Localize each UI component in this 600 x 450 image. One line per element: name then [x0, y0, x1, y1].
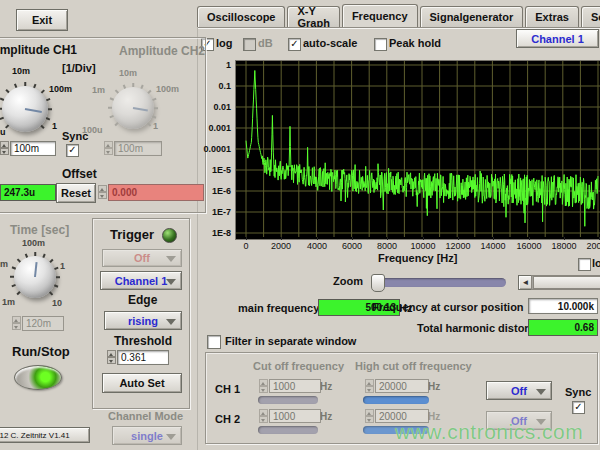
amplitude-ch1-title: Amplitude CH1 — [0, 43, 77, 57]
auto-scale-label: auto-scale — [303, 37, 357, 49]
x-log-checkbox[interactable] — [578, 258, 591, 271]
knob-tick — [0, 108, 2, 110]
filter-ch2-low-slider[interactable] — [258, 426, 318, 434]
auto-set-button[interactable]: Auto Set — [102, 373, 182, 393]
chevron-down-icon — [166, 319, 176, 325]
db-checkbox[interactable] — [243, 38, 256, 51]
knob-tick — [10, 276, 14, 278]
filter-sync-checkbox[interactable] — [572, 401, 585, 414]
knob-tick — [17, 291, 21, 295]
time-field[interactable]: 120m — [22, 316, 64, 331]
tab-extras[interactable]: Extras — [525, 6, 579, 27]
filter-ch2-mode-dropdown[interactable]: Off — [486, 411, 552, 430]
x-tick: 8000 — [372, 241, 402, 251]
edge-label: Edge — [128, 293, 157, 307]
y-tick: 1E-8 — [212, 228, 231, 238]
threshold-spinner[interactable] — [107, 350, 116, 364]
tab-bar: Oscilloscope X-Y Graph Frequency Signalg… — [197, 5, 600, 27]
ch2-amplitude-spinner[interactable] — [104, 141, 113, 155]
x-log-label: log — [592, 257, 600, 269]
db-label: dB — [258, 37, 273, 49]
chevron-down-icon — [536, 419, 546, 425]
ch2-scale-10m: 10m — [119, 68, 137, 78]
cursor-frequency-value[interactable]: 10.000k — [528, 298, 598, 314]
time-scale-1: 1 — [60, 261, 65, 271]
time-knob[interactable] — [14, 256, 56, 298]
filter-ch1-high-unit: Hz — [428, 381, 440, 392]
y-tick: 0.1 — [218, 81, 231, 91]
time-spinner[interactable] — [12, 316, 21, 330]
cursor-frequency-label: Frequency at cursor position — [372, 301, 524, 313]
tab-frequency[interactable]: Frequency — [342, 4, 418, 27]
trigger-source-value: Channel 1 — [115, 275, 168, 287]
plot-scrollbar-thumb[interactable] — [533, 276, 600, 289]
offset-label: Offset — [62, 167, 97, 181]
amplitude-ch2-knob[interactable] — [112, 87, 154, 129]
filter-ch2-high-spinner[interactable] — [365, 409, 374, 423]
filter-separate-window-checkbox[interactable] — [207, 335, 221, 349]
channel-select-button[interactable]: Channel 1 — [516, 29, 599, 48]
filter-ch2-mode-value: Off — [511, 415, 527, 427]
ch1-scale-100m: 100m — [49, 84, 72, 94]
exit-button[interactable]: Exit — [16, 9, 68, 31]
ch2-knob-needle — [133, 107, 148, 112]
ch1-knob-needle — [25, 108, 42, 113]
filter-ch1-high-field[interactable]: 20000 — [375, 379, 429, 393]
filter-ch2-high-field[interactable]: 20000 — [375, 409, 429, 423]
knob-tick — [54, 284, 58, 287]
chevron-down-icon — [166, 434, 176, 440]
filter-ch2-label: CH 2 — [215, 413, 240, 425]
ch1-amplitude-spinner[interactable] — [0, 141, 9, 155]
filter-ch1-low-slider[interactable] — [258, 396, 318, 404]
ch2-offset-spinner[interactable] — [98, 185, 107, 199]
ch2-scale-1: 1 — [153, 121, 158, 131]
spectrum-plot[interactable] — [236, 61, 600, 237]
tab-xy-graph[interactable]: X-Y Graph — [287, 6, 339, 27]
run-stop-button[interactable] — [14, 365, 62, 390]
filter-ch2-low-field[interactable]: 1000 — [269, 409, 321, 423]
channel-mode-label: Channel Mode — [108, 410, 183, 422]
zoom-slider-thumb[interactable] — [371, 274, 385, 292]
trigger-mode-dropdown[interactable]: Off — [102, 249, 182, 267]
filter-sync-label: Sync — [565, 386, 591, 398]
tab-settings[interactable]: Settings — [581, 6, 600, 27]
threshold-label: Threshold — [114, 334, 172, 348]
app-window: Exit Oscilloscope X-Y Graph Frequency Si… — [0, 0, 600, 450]
amplitude-sync-checkbox[interactable] — [66, 144, 79, 157]
x-tick: 18000 — [549, 241, 579, 251]
threshold-field[interactable]: 0.361 — [117, 350, 169, 365]
x-tick: 0 — [231, 241, 261, 251]
filter-ch2-low-unit: Hz — [320, 411, 332, 422]
channel-mode-dropdown[interactable]: single — [112, 426, 182, 445]
filter-ch1-high-spinner[interactable] — [365, 379, 374, 393]
peak-hold-checkbox[interactable] — [374, 38, 387, 51]
tab-oscilloscope[interactable]: Oscilloscope — [197, 6, 285, 27]
knob-tick — [49, 291, 53, 295]
offset-reset-button[interactable]: Reset — [56, 183, 96, 203]
filter-ch1-low-spinner[interactable] — [259, 379, 268, 393]
filter-ch1-low-field[interactable]: 1000 — [269, 379, 321, 393]
low-cutoff-header: Cut off frequency — [253, 360, 344, 372]
tab-signalgenerator[interactable]: Signalgenerator — [420, 6, 524, 27]
thd-value: 0.68 — [528, 319, 598, 336]
filter-ch1-high-slider[interactable] — [363, 396, 429, 404]
chevron-down-icon — [166, 256, 176, 262]
filter-ch1-mode-value: Off — [511, 385, 527, 397]
y-tick: 1E-7 — [212, 207, 231, 217]
trigger-edge-dropdown[interactable]: rising — [104, 311, 182, 330]
zoom-label: Zoom — [333, 275, 363, 287]
auto-scale-checkbox[interactable] — [288, 38, 301, 51]
x-tick: 20000 — [584, 241, 600, 251]
amplitude-ch1-knob[interactable] — [2, 86, 48, 132]
ch1-amplitude-field[interactable]: 100m — [10, 141, 56, 156]
peak-hold-label: Peak hold — [389, 37, 441, 49]
zoom-slider-track[interactable] — [376, 278, 506, 287]
y-tick: 0.001 — [208, 123, 231, 133]
filter-ch2-high-slider[interactable] — [363, 426, 429, 434]
trigger-source-dropdown[interactable]: Channel 1 — [100, 271, 182, 290]
y-tick: 1 — [226, 60, 231, 70]
knob-tick — [12, 284, 16, 287]
filter-ch2-low-spinner[interactable] — [259, 409, 268, 423]
ch2-amplitude-field[interactable]: 100m — [114, 141, 162, 156]
filter-ch1-mode-dropdown[interactable]: Off — [486, 381, 552, 400]
